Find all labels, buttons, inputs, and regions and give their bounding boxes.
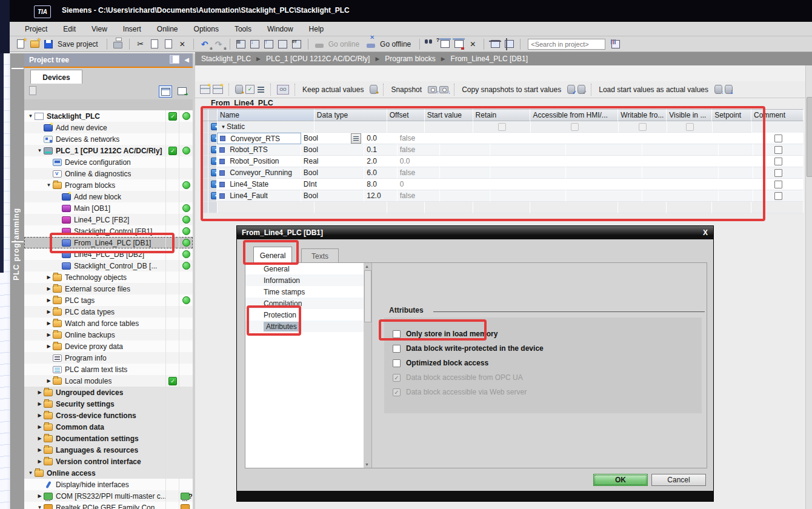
- expand-right-icon[interactable]: ▶: [36, 447, 43, 453]
- start-runtime-button[interactable]: [291, 38, 303, 50]
- tab-general[interactable]: General: [253, 247, 292, 264]
- column-header-writable-fro[interactable]: Writable fro...: [618, 109, 667, 121]
- collapse-panel-icon[interactable]: ◀: [184, 56, 189, 63]
- column-header-visible-in[interactable]: Visible in ...: [667, 109, 712, 121]
- expand-right-icon[interactable]: ▶: [36, 459, 43, 464]
- go-offline-button[interactable]: [365, 38, 377, 50]
- offset-cell[interactable]: 8.0: [364, 179, 398, 190]
- tree-item-plc-alarm-text-lists[interactable]: PLC alarm text lists: [24, 364, 193, 375]
- start-value-cell[interactable]: false: [398, 144, 440, 156]
- expand-right-icon[interactable]: ▶: [45, 309, 52, 314]
- new-project-button[interactable]: [15, 38, 27, 50]
- start-value-cell[interactable]: false: [398, 167, 440, 179]
- go-online-button[interactable]: [313, 38, 325, 50]
- data-type-selector-button[interactable]: [351, 133, 361, 144]
- cross-references-button[interactable]: ✕: [467, 38, 479, 50]
- tree-item-program-info[interactable]: Program info: [24, 352, 193, 364]
- name-cell[interactable]: Robot_RTS: [217, 144, 301, 156]
- tree-item-stacklight-plc[interactable]: ▼Stacklight_PLC✓: [24, 110, 193, 122]
- diagram-view-button[interactable]: [176, 85, 188, 96]
- menu-edit[interactable]: Edit: [55, 23, 84, 35]
- column-header-accessible-from-hmi[interactable]: Accessible from HMI/...: [530, 109, 618, 121]
- empty-cell[interactable]: [712, 202, 751, 213]
- load-start-values-label[interactable]: Load start values as actual values: [599, 85, 708, 94]
- data-type-cell[interactable]: Real: [301, 156, 364, 167]
- dialog-nav-time-stamps[interactable]: Time stamps: [245, 286, 364, 298]
- load-start-values-all-icon[interactable]: [725, 85, 733, 94]
- copy-snapshot-all-icon[interactable]: [577, 85, 585, 94]
- split-vertical-button[interactable]: [503, 38, 515, 50]
- tree-item-security-settings[interactable]: ▶Security settings: [24, 398, 193, 410]
- expand-right-icon[interactable]: ▶: [45, 378, 52, 384]
- breadcrumb-item[interactable]: Stacklight_PLC: [201, 55, 251, 63]
- dialog-nav-attributes[interactable]: Attributes: [245, 321, 364, 332]
- tree-item-external-source-files[interactable]: ▶External source files: [24, 283, 193, 294]
- save-project-label[interactable]: Save project: [58, 40, 98, 48]
- tree-item-documentation-settings[interactable]: ▶Documentation settings: [24, 433, 193, 444]
- checkbox[interactable]: [393, 330, 401, 338]
- checkbox-cell[interactable]: [753, 179, 804, 190]
- tab-devices[interactable]: Devices: [30, 70, 82, 84]
- data-type-cell[interactable]: Bool: [301, 190, 364, 202]
- details-view-button[interactable]: [159, 85, 172, 98]
- checkbox[interactable]: [498, 123, 506, 131]
- tree-item-line4-plc-db-db2[interactable]: Line4_PLC_DB [DB2]: [24, 248, 193, 260]
- ok-button[interactable]: OK: [593, 474, 648, 486]
- tree-item-cross-device-functions[interactable]: ▶Cross-device functions: [24, 410, 193, 421]
- checkbox[interactable]: [774, 192, 782, 200]
- expand-right-icon[interactable]: ▶: [36, 436, 43, 441]
- go-online-label[interactable]: Go online: [328, 40, 359, 48]
- snapshot-label[interactable]: Snapshot: [391, 85, 422, 94]
- tree-item-ungrouped-devices[interactable]: ▶Ungrouped devices: [24, 387, 193, 398]
- data-type-cell[interactable]: [314, 121, 387, 133]
- menu-online[interactable]: Online: [149, 23, 186, 35]
- breadcrumb-item[interactable]: From_Line4_PLC [DB1]: [451, 55, 528, 63]
- expand-right-icon[interactable]: ▶: [36, 390, 43, 395]
- tree-item-online-diagnostics[interactable]: Online & diagnostics: [24, 168, 193, 179]
- start-value-cell[interactable]: false: [398, 133, 440, 144]
- tree-item-watch-and-force-tables[interactable]: ▶Watch and force tables: [24, 318, 193, 329]
- checkbox[interactable]: [393, 359, 401, 367]
- tree-item-version-control-interface[interactable]: ▶Version control interface: [24, 456, 193, 467]
- keep-actual-values-label[interactable]: Keep actual values: [302, 85, 364, 94]
- expand-all-button[interactable]: [257, 85, 265, 93]
- copy-button[interactable]: [148, 38, 161, 50]
- tree-item-technology-objects[interactable]: ▶Technology objects: [24, 271, 193, 283]
- data-type-cell[interactable]: Bool: [301, 133, 364, 144]
- name-cell[interactable]: Line4_State: [217, 179, 301, 190]
- start-value-cell[interactable]: 0: [398, 179, 440, 190]
- checkbox-cell[interactable]: [753, 144, 804, 156]
- dialog-nav-protection[interactable]: Protection: [245, 309, 364, 321]
- expand-right-icon[interactable]: ▶: [45, 286, 52, 291]
- start-value-cell[interactable]: false: [398, 190, 440, 202]
- empty-cell[interactable]: [314, 202, 387, 213]
- data-type-cell[interactable]: DInt: [301, 179, 364, 190]
- dialog-close-icon[interactable]: X: [700, 227, 711, 238]
- go-offline-label[interactable]: Go offline: [380, 40, 411, 48]
- tree-item-main-ob1[interactable]: Main [OB1]: [24, 202, 193, 214]
- add-row-button[interactable]: [213, 85, 223, 94]
- cancel-button[interactable]: Cancel: [651, 474, 706, 486]
- monitor-values-button[interactable]: OO: [277, 85, 289, 95]
- reset-start-values-button[interactable]: [235, 85, 243, 94]
- tree-item-add-new-device[interactable]: Add new device: [24, 122, 193, 133]
- tree-item-line4-plc-fb2[interactable]: Line4_PLC [FB2]: [24, 214, 193, 225]
- paste-button[interactable]: [162, 38, 175, 50]
- check-consistency-button[interactable]: ✓: [245, 85, 255, 94]
- name-cell[interactable]: Conveyor_RTS: [217, 133, 301, 144]
- menu-view[interactable]: View: [84, 23, 115, 35]
- empty-cell[interactable]: [751, 202, 804, 213]
- tree-item-add-new-block[interactable]: Add new block: [24, 191, 193, 202]
- empty-cell[interactable]: [218, 202, 314, 213]
- comment-cell[interactable]: [713, 121, 752, 133]
- data-type-cell[interactable]: Bool: [301, 167, 364, 179]
- expand-down-icon[interactable]: ▼: [36, 148, 43, 153]
- keep-actual-values-icon[interactable]: [370, 85, 378, 94]
- search-in-project-input[interactable]: [528, 39, 605, 50]
- checkbox[interactable]: [774, 135, 782, 142]
- print-button[interactable]: [112, 38, 124, 50]
- redo-button[interactable]: ↷: [213, 38, 225, 50]
- name-cell[interactable]: Robot_Position: [217, 156, 301, 167]
- tree-item-devices-networks[interactable]: Devices & networks: [24, 133, 193, 145]
- tree-item-device-proxy-data[interactable]: ▶Device proxy data: [24, 341, 193, 352]
